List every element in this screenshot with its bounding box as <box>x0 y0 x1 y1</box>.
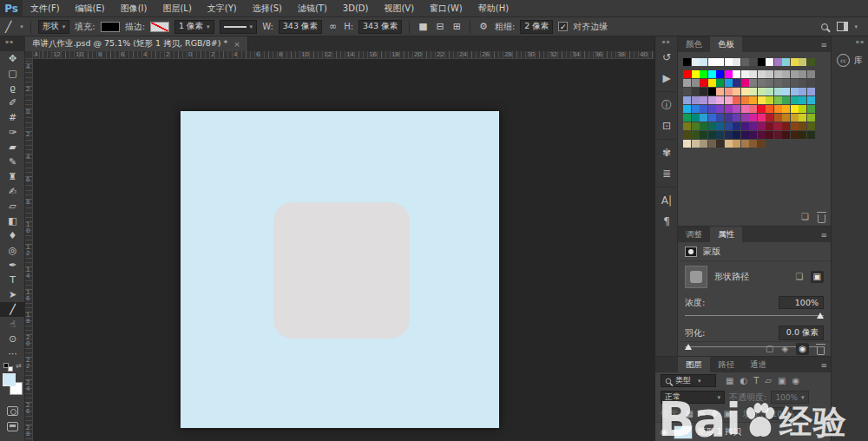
color-swatch[interactable] <box>766 79 773 87</box>
shape-height-input[interactable]: 343 像素 <box>358 20 402 34</box>
screen-mode-button[interactable] <box>7 422 18 431</box>
color-swatch[interactable] <box>716 79 724 87</box>
color-swatch[interactable] <box>683 105 691 113</box>
color-swatch[interactable] <box>733 79 740 87</box>
trash-icon[interactable] <box>818 214 825 223</box>
color-swatch[interactable] <box>741 79 749 87</box>
color-swatch[interactable] <box>749 122 757 130</box>
menu-item-5[interactable]: 选择(S) <box>245 0 290 17</box>
character-panel-icon[interactable]: A| <box>655 190 678 211</box>
path-selection-tool[interactable]: ➤ <box>0 287 25 302</box>
color-swatch[interactable] <box>799 79 806 87</box>
color-swatch[interactable] <box>733 140 740 148</box>
color-swatch[interactable] <box>716 96 724 104</box>
thickness-input[interactable]: 2 像素 <box>520 20 553 34</box>
color-swatch[interactable] <box>791 79 799 87</box>
color-swatch[interactable] <box>708 58 716 66</box>
color-swatch[interactable] <box>791 105 799 113</box>
color-swatch[interactable] <box>758 58 766 66</box>
trash-icon[interactable] <box>817 346 825 355</box>
clone-stamp-tool[interactable]: ♜ <box>0 169 25 184</box>
clone-source-panel-icon[interactable]: ≣ <box>655 163 678 184</box>
color-swatch[interactable] <box>782 114 790 122</box>
lasso-tool[interactable]: ϱ <box>0 81 25 95</box>
color-swatch[interactable] <box>692 122 700 130</box>
panel-menu-icon[interactable]: ≡ <box>820 231 826 240</box>
color-swatch[interactable] <box>725 70 733 78</box>
foreground-color-swatch[interactable] <box>3 373 16 386</box>
color-swatch[interactable] <box>782 105 790 113</box>
link-dimensions-icon[interactable]: ∞ <box>327 20 339 34</box>
color-swatch[interactable] <box>758 79 766 87</box>
color-swatch[interactable] <box>791 114 799 122</box>
libraries-panel-button[interactable]: cc 库 <box>832 47 868 74</box>
history-panel-icon[interactable]: ↺ <box>655 47 678 68</box>
actions-panel-icon[interactable]: ▶ <box>655 68 678 89</box>
default-colors-icon[interactable] <box>3 363 14 372</box>
color-swatch[interactable] <box>807 79 815 87</box>
color-swatch[interactable] <box>766 70 773 78</box>
pasteboard[interactable] <box>33 59 654 441</box>
color-swatch[interactable] <box>799 105 806 113</box>
color-swatch[interactable] <box>683 131 691 139</box>
color-swatch[interactable] <box>774 114 782 122</box>
color-swatch[interactable] <box>807 58 815 66</box>
color-swatch[interactable] <box>708 96 716 104</box>
tab-paths[interactable]: 路径 <box>710 357 742 372</box>
color-swatch[interactable] <box>700 70 707 78</box>
rounded-rectangle-shape[interactable] <box>273 202 410 339</box>
horizontal-ruler[interactable]: 1412108642024681012141618202224262830323… <box>33 51 654 59</box>
type-tool[interactable]: T <box>0 273 25 287</box>
color-swatch[interactable] <box>741 70 749 78</box>
menu-item-9[interactable]: 窗口(W) <box>422 0 470 17</box>
filter-adjustment-layers-icon[interactable]: ◐ <box>740 375 747 387</box>
new-swatch-icon[interactable]: ❏ <box>801 211 809 223</box>
color-swatch[interactable] <box>683 70 691 78</box>
color-swatch[interactable] <box>725 105 733 113</box>
color-swatch[interactable] <box>807 131 815 139</box>
layer-row-selected[interactable]: ◉ 矩形 1 拷贝 <box>655 422 831 441</box>
color-swatch[interactable] <box>683 58 691 66</box>
color-swatch[interactable] <box>700 114 707 122</box>
density-input[interactable]: 100% <box>779 296 824 309</box>
paragraph-panel-icon[interactable]: ¶ <box>655 211 678 232</box>
color-swatch[interactable] <box>766 88 773 95</box>
color-swatch[interactable] <box>683 114 691 122</box>
color-swatch[interactable] <box>758 114 766 122</box>
color-swatch[interactable] <box>733 105 740 113</box>
color-swatch[interactable] <box>758 122 766 130</box>
color-swatch[interactable] <box>774 88 782 95</box>
brush-settings-panel-icon[interactable]: ✾ <box>655 142 678 163</box>
align-edges-checkbox[interactable]: ✓ <box>558 22 568 31</box>
menu-item-1[interactable]: 编辑(E) <box>68 0 113 17</box>
color-swatch[interactable] <box>749 58 757 66</box>
panel-collapse-dots[interactable]: ▪▪ <box>832 36 868 47</box>
filter-pixel-layers-icon[interactable]: ▦ <box>726 375 733 387</box>
menu-item-4[interactable]: 文字(Y) <box>200 0 245 17</box>
color-swatch[interactable] <box>700 79 707 87</box>
path-alignment-icon[interactable]: ⊟ <box>435 20 446 34</box>
workspace-icon[interactable] <box>837 22 848 31</box>
layer-visibility-eye-icon[interactable]: ◉ <box>661 427 668 437</box>
more-tools[interactable]: ··· <box>0 346 25 361</box>
quick-selection-tool[interactable]: ✐ <box>0 95 25 110</box>
color-swatch[interactable] <box>725 140 733 148</box>
color-swatch[interactable] <box>749 140 757 148</box>
color-swatch[interactable] <box>700 122 707 130</box>
color-swatch[interactable] <box>791 96 799 104</box>
color-swatch[interactable] <box>700 96 707 104</box>
color-swatch[interactable] <box>683 88 691 95</box>
fill-opacity-input[interactable]: 100% ▾ <box>767 407 805 420</box>
color-swatch[interactable] <box>700 131 707 139</box>
color-swatch[interactable] <box>758 105 766 113</box>
color-swatch[interactable] <box>749 105 757 113</box>
color-swatch[interactable] <box>692 105 700 113</box>
filter-shape-layers-icon[interactable]: ▱ <box>765 375 772 387</box>
pen-tool[interactable]: ✒ <box>0 258 25 273</box>
tab-color[interactable]: 颜色 <box>678 36 710 52</box>
panel-menu-icon[interactable]: ≡ <box>820 361 826 370</box>
color-swatch[interactable] <box>692 96 700 104</box>
mask-frame-icon[interactable]: ▣ <box>811 271 824 283</box>
color-swatch[interactable] <box>708 122 716 130</box>
color-swatch[interactable] <box>716 131 724 139</box>
